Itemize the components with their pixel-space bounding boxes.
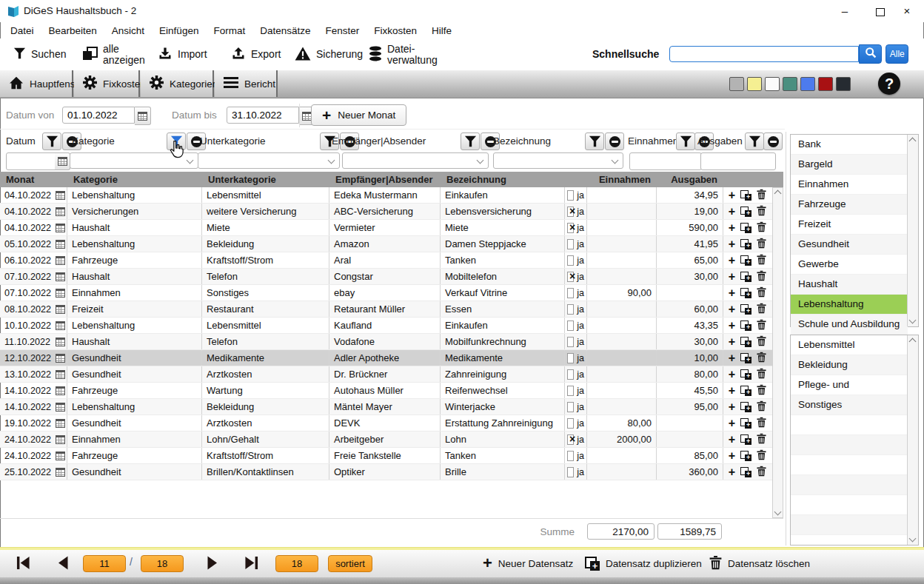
calendar-icon[interactable] (56, 321, 65, 330)
calendar-icon[interactable] (56, 338, 65, 346)
trash-icon[interactable] (757, 368, 766, 381)
filter-dropdown[interactable] (493, 152, 623, 169)
color-swatch[interactable] (818, 77, 833, 91)
subcategory-list-scrollbar[interactable] (907, 335, 918, 545)
duplicate-icon[interactable] (740, 402, 751, 412)
row-checkbox[interactable] (567, 418, 574, 429)
add-row-icon[interactable]: + (729, 238, 735, 250)
filter-dropdown[interactable] (342, 152, 489, 169)
add-row-icon[interactable]: + (729, 450, 735, 462)
duplicate-icon[interactable] (740, 467, 751, 477)
trash-icon[interactable] (757, 270, 766, 283)
trash-icon[interactable] (757, 254, 766, 267)
color-swatch[interactable] (765, 77, 780, 91)
nav-button[interactable]: Bericht (215, 70, 278, 97)
table-row[interactable]: 14.10.2022LebenshaltungBekleidungMäntel … (0, 399, 783, 415)
calendar-icon[interactable] (56, 191, 65, 200)
row-checkbox[interactable] (567, 272, 574, 282)
menu-item[interactable]: Fenster (318, 24, 366, 38)
filter-icon[interactable] (745, 132, 764, 150)
table-row[interactable]: 08.10.2022FreizeitRestaurantRetaurant Mü… (0, 301, 783, 318)
sidebar-category-item[interactable]: Einnahmen (791, 175, 908, 195)
filter-dropdown[interactable] (198, 152, 340, 169)
scroll-down-icon[interactable] (774, 509, 782, 516)
table-row[interactable]: 24.10.2022FahrzeugeKraftstoff/StromFreie… (0, 448, 783, 464)
toolbar-button[interactable]: Export (231, 43, 281, 67)
row-checkbox[interactable] (567, 239, 574, 249)
duplicate-icon[interactable] (740, 272, 751, 282)
trash-icon[interactable] (757, 319, 766, 332)
filter-text-input[interactable] (629, 152, 702, 170)
duplicate-icon[interactable] (740, 337, 751, 347)
row-checkbox[interactable] (567, 255, 574, 266)
calendar-icon[interactable] (56, 386, 65, 395)
calendar-icon[interactable] (56, 452, 65, 460)
table-row[interactable]: 25.10.2022GesundheitBrillen/Kontaktlinse… (0, 464, 783, 480)
menu-item[interactable]: Bearbeiten (41, 24, 104, 38)
total-pages-button[interactable]: 18 (141, 555, 184, 572)
help-button[interactable]: ? (878, 73, 900, 95)
color-swatch[interactable] (729, 77, 744, 91)
color-swatch[interactable] (783, 77, 797, 91)
add-row-icon[interactable]: + (729, 352, 735, 364)
delete-record-button[interactable]: Datensatz löschen (709, 554, 810, 572)
table-row[interactable]: 24.10.2022EinnahmenLohn/GehaltArbeitgebe… (0, 432, 783, 448)
menu-item[interactable]: Hilfe (424, 24, 459, 38)
row-checkbox[interactable] (567, 337, 574, 347)
calendar-icon[interactable] (56, 419, 65, 428)
filter-icon[interactable] (461, 132, 480, 150)
duplicate-icon[interactable] (740, 386, 751, 396)
row-checkbox[interactable] (567, 434, 574, 445)
add-row-icon[interactable]: + (729, 320, 735, 332)
search-button[interactable] (859, 44, 882, 64)
calendar-icon[interactable] (56, 305, 65, 314)
trash-icon[interactable] (757, 221, 766, 235)
duplicate-icon[interactable] (740, 288, 751, 298)
table-row[interactable]: 10.10.2022LebenshaltungLebensmittelKaufl… (0, 318, 783, 334)
sidebar-category-item[interactable]: Haushalt (791, 275, 908, 295)
sidebar-category-item[interactable]: Bank (791, 135, 908, 155)
calendar-icon[interactable] (56, 256, 65, 265)
current-page-button[interactable]: 11 (83, 555, 126, 572)
trash-icon[interactable] (757, 189, 766, 202)
row-checkbox[interactable] (567, 288, 574, 298)
first-page-icon[interactable] (16, 556, 30, 573)
add-row-icon[interactable]: + (729, 222, 735, 234)
duplicate-icon[interactable] (740, 353, 751, 363)
next-page-icon[interactable] (207, 556, 218, 573)
calendar-icon[interactable] (135, 107, 151, 125)
calendar-icon[interactable] (55, 152, 70, 170)
toolbar-button[interactable]: alle anzeigen (83, 43, 145, 67)
toolbar-button[interactable]: Datei- verwaltung (369, 43, 438, 67)
color-swatch[interactable] (836, 77, 851, 91)
table-row[interactable]: 06.10.2022FahrzeugeKraftstoff/StromAralT… (0, 252, 783, 269)
quicksearch-input[interactable] (669, 46, 859, 62)
table-row[interactable]: 07.10.2022EinnahmenSonstigesebayVerkauf … (0, 285, 783, 301)
minimize-icon[interactable]: – (832, 3, 857, 19)
trash-icon[interactable] (757, 335, 766, 349)
calendar-icon[interactable] (56, 289, 65, 298)
trash-icon[interactable] (757, 384, 766, 397)
menu-item[interactable]: Format (206, 24, 252, 38)
date-to-input[interactable] (227, 107, 299, 124)
table-row[interactable]: 13.10.2022GesundheitArztkostenDr. Brückn… (0, 366, 783, 383)
sidebar-subcategory-item[interactable]: Bekleidung (791, 355, 908, 375)
sidebar-category-item[interactable]: Gesundheit (791, 235, 908, 255)
menu-item[interactable]: Einfügen (152, 24, 206, 38)
table-row[interactable]: 04.10.2022LebenshaltungLebensmittelEdeka… (0, 187, 783, 204)
record-count-button[interactable]: 18 (275, 555, 318, 572)
new-record-button[interactable]: + Neuer Datensatz (483, 554, 573, 572)
color-swatch[interactable] (747, 77, 762, 91)
filter-icon[interactable] (585, 132, 604, 150)
table-row[interactable]: 11.10.2022HaushaltTelefonVodafoneMobilfu… (0, 334, 783, 350)
add-row-icon[interactable]: + (729, 189, 735, 201)
add-row-icon[interactable]: + (729, 401, 735, 413)
trash-icon[interactable] (757, 238, 766, 251)
trash-icon[interactable] (757, 449, 766, 463)
scroll-up-icon[interactable] (774, 190, 782, 198)
duplicate-icon[interactable] (740, 434, 751, 445)
add-row-icon[interactable]: + (729, 287, 735, 299)
trash-icon[interactable] (757, 352, 766, 365)
sidebar-category-item[interactable]: Lebenshaltung (791, 295, 908, 315)
duplicate-icon[interactable] (740, 223, 751, 233)
